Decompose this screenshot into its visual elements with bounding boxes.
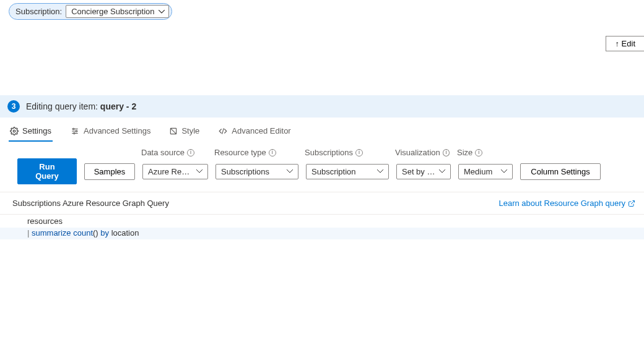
panel-title-name: query - 2 (100, 101, 136, 111)
subscription-label: Subscription: (15, 7, 62, 16)
tab-label: Advanced Editor (232, 126, 290, 135)
chevron-down-icon (377, 169, 383, 173)
tab-style[interactable]: Style (168, 122, 201, 142)
results-table: location↑↓ count_↑↓ northeurope 1 koreas… (0, 340, 644, 347)
tab-label: Advanced Settings (84, 126, 150, 135)
column-settings-button[interactable]: Column Settings (520, 163, 601, 180)
query-editor[interactable]: resources | summarize count() by locatio… (0, 215, 644, 241)
label-data-source: Data source i (141, 148, 207, 157)
visualization-dropdown[interactable]: Set by q… (396, 164, 451, 179)
info-icon[interactable]: i (187, 149, 194, 156)
tabs: Settings Advanced Settings Style Advance… (0, 118, 644, 142)
edit-button[interactable]: ↑ Edit (606, 36, 644, 51)
subscriptions-dropdown[interactable]: Subscription (306, 164, 389, 179)
resource-type-dropdown[interactable]: Subscriptions (215, 164, 298, 179)
size-dropdown[interactable]: Medium (458, 164, 513, 179)
label-resource-type: Resource type i (214, 148, 297, 157)
chevron-down-icon (439, 169, 445, 173)
query-panel-header: 3 Editing query item: query - 2 (0, 95, 644, 118)
svg-line-9 (631, 200, 635, 204)
query-type-label: Subscriptions Azure Resource Graph Query (12, 199, 169, 208)
gear-icon (10, 127, 19, 135)
query-toolbar: Data source i Resource type i Subscripti… (0, 142, 644, 192)
editor-line: resources (0, 216, 644, 228)
svg-point-0 (13, 130, 15, 132)
table-header-row: location↑↓ count_↑↓ (12, 340, 632, 347)
label-size: Size i (457, 148, 511, 157)
run-query-button[interactable]: Run Query (17, 158, 77, 184)
panel-title-prefix: Editing query item: (26, 101, 100, 111)
label-subscriptions: Subscriptions i (305, 148, 388, 157)
sliders-icon (70, 127, 80, 135)
svg-point-4 (72, 128, 74, 129)
editor-spacer (0, 241, 644, 340)
subscription-select[interactable]: Concierge Subscription (66, 5, 169, 18)
samples-button[interactable]: Samples (84, 163, 135, 180)
chevron-down-icon (287, 169, 293, 173)
code-icon (218, 127, 228, 135)
style-icon (169, 127, 178, 135)
tab-advanced-editor[interactable]: Advanced Editor (217, 122, 292, 142)
chevron-down-icon (501, 169, 507, 173)
label-visualization: Visualization i (395, 148, 450, 157)
svg-point-5 (76, 130, 77, 131)
step-badge: 3 (7, 100, 20, 113)
toolbar-labels: Data source i Resource type i Subscripti… (141, 148, 635, 157)
toolbar-controls: Run Query Samples Azure Reso… Subscripti… (17, 158, 635, 184)
panel-title: Editing query item: query - 2 (26, 101, 136, 111)
learn-link[interactable]: Learn about Resource Graph query (498, 199, 635, 208)
info-icon[interactable]: i (475, 149, 482, 156)
chevron-down-icon (196, 169, 202, 173)
external-link-icon (628, 200, 635, 207)
svg-line-8 (222, 128, 224, 134)
tab-label: Settings (22, 126, 51, 135)
query-subheader: Subscriptions Azure Resource Graph Query… (0, 192, 644, 215)
subscription-pill: Subscription: Concierge Subscription (9, 3, 172, 20)
tab-label: Style (181, 126, 199, 135)
info-icon[interactable]: i (443, 149, 450, 156)
data-source-dropdown[interactable]: Azure Reso… (142, 164, 208, 179)
tab-advanced-settings[interactable]: Advanced Settings (69, 122, 152, 142)
svg-point-6 (74, 132, 75, 134)
tab-settings[interactable]: Settings (9, 122, 53, 142)
editor-line: | summarize count() by location (0, 228, 644, 239)
info-icon[interactable]: i (269, 149, 276, 156)
info-icon[interactable]: i (355, 149, 363, 156)
